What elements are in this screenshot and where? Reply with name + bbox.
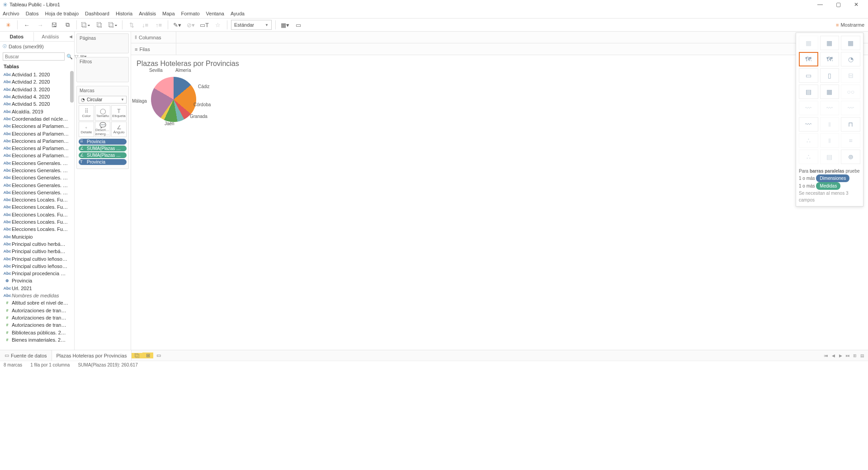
- nav-next-icon[interactable]: ▶: [837, 353, 844, 358]
- tab-analysis[interactable]: Análisis: [33, 32, 67, 41]
- showme-chart-type[interactable]: 〰: [799, 101, 818, 115]
- showme-chart-type[interactable]: 🗺: [820, 52, 840, 66]
- present-button[interactable]: ▭: [293, 19, 304, 30]
- showme-chart-type[interactable]: ▯: [820, 68, 840, 83]
- menu-análisis[interactable]: Análisis: [139, 11, 156, 16]
- menu-archivo[interactable]: Archivo: [3, 11, 19, 16]
- save-button[interactable]: 🖫: [48, 19, 59, 30]
- showme-chart-type[interactable]: ▤: [799, 85, 818, 99]
- menu-historia[interactable]: Historia: [116, 11, 132, 16]
- field-row[interactable]: AbcMunicipio: [0, 233, 74, 240]
- field-row[interactable]: AbcPrincipal cultivo leñoso…: [0, 263, 74, 270]
- showme-chart-type[interactable]: ▭: [799, 68, 818, 83]
- mark-color[interactable]: ⠿Color: [79, 105, 94, 121]
- field-row[interactable]: AbcElecciones Generales. …: [0, 160, 74, 167]
- menu-formato[interactable]: Formato: [181, 11, 200, 16]
- filters-shelf[interactable]: Filtros: [76, 57, 129, 82]
- showme-chart-type[interactable]: ▦: [820, 36, 840, 50]
- field-row[interactable]: AbcUrl. 2021: [0, 285, 74, 292]
- field-row[interactable]: AbcActividad 5. 2020: [0, 100, 74, 108]
- pin-button[interactable]: ☆: [212, 19, 223, 30]
- showme-chart-type[interactable]: ▦: [841, 36, 860, 50]
- showme-chart-type[interactable]: ▦: [799, 36, 818, 50]
- labels-button[interactable]: ▭T: [199, 19, 210, 30]
- menu-hoja de trabajo[interactable]: Hoja de trabajo: [45, 11, 79, 16]
- search-icon[interactable]: 🔍: [66, 54, 73, 60]
- showme-button[interactable]: ≡ Mostrarme: [836, 22, 864, 28]
- field-row[interactable]: AbcElecciones Locales. Fu…: [0, 203, 74, 211]
- field-row[interactable]: AbcElecciones Locales. Fu…: [0, 211, 74, 218]
- tab-data[interactable]: Datos: [0, 32, 33, 41]
- showme-chart-type[interactable]: ⊓: [841, 117, 860, 132]
- pages-shelf[interactable]: Páginas: [76, 33, 129, 53]
- collapse-pane-icon[interactable]: ◀: [67, 34, 74, 39]
- duplicate-button[interactable]: ⿻: [94, 19, 105, 30]
- group-button[interactable]: ⊘▾: [185, 19, 196, 30]
- pill[interactable]: ∠SUMA(Plazas …: [79, 152, 127, 158]
- menu-dashboard[interactable]: Dashboard: [85, 11, 109, 16]
- showme-chart-type[interactable]: ▦: [820, 85, 840, 99]
- field-row[interactable]: AbcActividad 2. 2020: [0, 78, 74, 85]
- new-story-button[interactable]: ▭: [153, 352, 164, 358]
- pill[interactable]: TProvincia: [79, 159, 127, 165]
- swap-button[interactable]: ⇅: [126, 19, 137, 30]
- pie-chart[interactable]: Almería Cádiz Córdoba Granada Jaén Málag…: [145, 70, 203, 129]
- nav-grid-icon[interactable]: ⊞: [852, 353, 858, 358]
- datasource-tab[interactable]: ▭ Fuente de datos: [0, 350, 52, 361]
- field-row[interactable]: AbcPrincipal procedencia …: [0, 270, 74, 277]
- showme-chart-type[interactable]: ○○: [841, 85, 860, 99]
- new-dashboard-button[interactable]: ⊞: [142, 352, 153, 358]
- new-worksheet-button[interactable]: ⿻: [132, 353, 142, 358]
- menu-ventana[interactable]: Ventana: [206, 11, 224, 16]
- field-row[interactable]: #Autorizaciones de tran…: [0, 314, 74, 321]
- sort-desc-button[interactable]: ↑≡: [153, 19, 164, 30]
- forward-button[interactable]: →: [35, 19, 46, 30]
- new-datasource-button[interactable]: ⧉: [62, 19, 73, 30]
- showme-chart-type[interactable]: ⊟: [841, 68, 860, 83]
- field-row[interactable]: AbcActividad 4. 2020: [0, 93, 74, 100]
- pill[interactable]: ⠿Provincia: [79, 139, 127, 145]
- cards-button[interactable]: ▦▾: [279, 19, 290, 30]
- sheet-tab[interactable]: Plazas Hoteleras por Provincias: [52, 350, 132, 361]
- showme-chart-type[interactable]: ⦀: [820, 117, 840, 132]
- columns-shelf[interactable]: ⦀Columnas: [131, 32, 868, 43]
- mark-detalle[interactable]: ◦Detalle: [79, 122, 94, 137]
- field-row[interactable]: AbcElecciones Generales. …: [0, 181, 74, 188]
- field-row[interactable]: AbcElecciones Generales. …: [0, 167, 74, 174]
- showme-chart-type[interactable]: ⊚: [841, 150, 860, 164]
- showme-chart-type[interactable]: ⦀: [820, 133, 840, 148]
- field-row[interactable]: AbcActividad 1. 2020: [0, 71, 74, 78]
- close-button[interactable]: ✕: [847, 1, 865, 8]
- minimize-button[interactable]: —: [811, 1, 829, 8]
- nav-last-icon[interactable]: ⏭: [844, 353, 851, 358]
- viz-title[interactable]: Plazas Hoteleras por Provincias: [137, 60, 863, 68]
- field-row[interactable]: AbcPrincipal cultivo herbá…: [0, 248, 74, 255]
- field-row[interactable]: AbcElecciones Locales. Fu…: [0, 226, 74, 233]
- scrollbar-thumb[interactable]: [70, 71, 74, 103]
- field-row[interactable]: AbcElecciones al Parlamen…: [0, 137, 74, 145]
- field-row[interactable]: AbcActividad 3. 2020: [0, 86, 74, 93]
- showme-chart-type[interactable]: ∴: [799, 150, 818, 164]
- field-row[interactable]: AbcElecciones al Parlamen…: [0, 130, 74, 137]
- field-row[interactable]: ⊕Provincia: [0, 277, 74, 284]
- showme-chart-type[interactable]: 🗺: [799, 52, 818, 66]
- tableau-icon[interactable]: ✳: [3, 19, 14, 30]
- sort-asc-button[interactable]: ↓≡: [140, 19, 151, 30]
- field-row[interactable]: AbcNombres de medidas: [0, 292, 74, 299]
- back-button[interactable]: ←: [21, 19, 32, 30]
- field-row[interactable]: AbcCoordenadas del núcle…: [0, 115, 74, 122]
- showme-chart-type[interactable]: 〰: [820, 101, 840, 115]
- fit-dropdown[interactable]: Estándar ▼: [231, 20, 272, 30]
- field-row[interactable]: AbcElecciones al Parlamen…: [0, 145, 74, 152]
- nav-filmstrip-icon[interactable]: ▤: [859, 353, 865, 358]
- showme-chart-type[interactable]: ◔: [841, 52, 860, 66]
- field-row[interactable]: AbcElecciones al Parlamen…: [0, 152, 74, 159]
- mark-descri… emerg…[interactable]: 💬Descri… emerg…: [95, 122, 110, 137]
- field-row[interactable]: AbcAlcaldía. 2019: [0, 108, 74, 115]
- field-row[interactable]: AbcElecciones Generales. …: [0, 189, 74, 196]
- mark-tamaño[interactable]: ◯Tamaño: [95, 105, 110, 121]
- field-row[interactable]: AbcElecciones Locales. Fu…: [0, 196, 74, 203]
- field-row[interactable]: AbcPrincipal cultivo herbá…: [0, 240, 74, 248]
- highlight-button[interactable]: ✎▾: [172, 19, 183, 30]
- mark-etiqueta[interactable]: TEtiqueta: [111, 105, 127, 121]
